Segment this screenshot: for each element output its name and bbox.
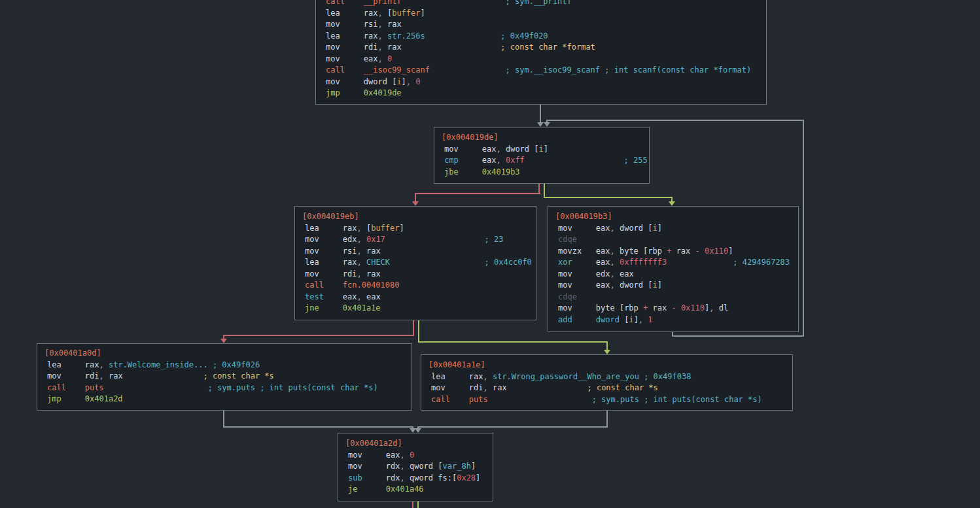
- block-entry-clipped[interactable]: call __printf ; sym.__printflea rax, [bu…: [315, 0, 767, 105]
- asm-line: call __isoc99_scanf ; sym.__isoc99_scanf…: [316, 65, 766, 76]
- asm-token: ; sym.__isoc99_scanf ; int scanf(const c…: [506, 65, 752, 75]
- asm-token: rax: [387, 20, 402, 29]
- asm-token: 0x28: [457, 473, 476, 483]
- asm-token: xor: [558, 258, 596, 267]
- block-0x004019eb[interactable]: [0x004019eb]lea rax, [buffer]mov edx, 0x…: [294, 206, 536, 320]
- edge-true-0x004019de-to-0x004019b3: [544, 184, 545, 198]
- asm-token: i: [653, 280, 657, 290]
- asm-token: ; const char *s: [587, 383, 657, 392]
- asm-token: ; 23: [485, 235, 504, 244]
- asm-line: call __printf ; sym.__printf: [316, 0, 766, 8]
- asm-token: [123, 371, 203, 381]
- asm-line: mov edx, 0x17 ; 23: [295, 234, 536, 246]
- asm-token: ]: [471, 462, 476, 471]
- asm-token: call puts: [47, 383, 104, 392]
- asm-line: mov eax, dword [i]: [548, 223, 798, 235]
- asm-token: ; 0x49f026: [213, 360, 260, 369]
- asm-token: [390, 258, 485, 267]
- asm-token: ,: [610, 258, 619, 267]
- asm-line: mov rdi, rax ; const char *s: [421, 382, 792, 394]
- asm-token: mov eax: [348, 450, 400, 460]
- edge-false-0x004019eb-to-0x00401a0d-arrowhead-icon: [220, 339, 227, 343]
- asm-token: -: [695, 246, 700, 256]
- asm-token: -: [671, 303, 676, 313]
- asm-token: ,: [709, 303, 718, 313]
- asm-token: eax: [596, 258, 610, 267]
- block-0x00401a2d[interactable]: [0x00401a2d]mov eax, 0mov rdx, qword [va…: [338, 433, 493, 501]
- asm-token: test: [305, 292, 343, 301]
- asm-line: mov eax, 0: [338, 450, 493, 462]
- asm-token: i: [396, 77, 401, 86]
- asm-token: 0x110: [705, 246, 728, 256]
- edge-false-0x00401a2d-clipped: [412, 501, 413, 508]
- edge-false-0x004019eb-to-0x00401a0d: [223, 335, 414, 336]
- asm-token: rax: [366, 269, 381, 279]
- asm-token: dl: [719, 303, 728, 313]
- asm-line: mov eax, dword [i]: [548, 280, 798, 292]
- asm-token: 0x17: [366, 235, 385, 244]
- asm-token: ]: [657, 280, 662, 290]
- asm-line: mov eax, dword [i]: [434, 144, 649, 156]
- block-header-address: [0x00401a0d]: [37, 348, 411, 360]
- asm-token: 0x110: [681, 303, 705, 313]
- asm-token: ; 4294967283: [733, 258, 790, 267]
- asm-line: mov rsi, rax: [316, 19, 766, 31]
- asm-line: cmp eax, 0xff ; 255: [434, 155, 649, 167]
- asm-token: movzx eax: [558, 246, 610, 256]
- asm-token: ,: [610, 269, 619, 279]
- asm-token: [425, 31, 501, 41]
- asm-token: dword [: [506, 144, 539, 154]
- edge-loopback-0x004019b3-to-0x004019de: [803, 121, 804, 337]
- asm-token: ; const char *format: [500, 42, 595, 52]
- asm-token: mov rsi: [305, 246, 357, 256]
- asm-token: rax: [366, 246, 381, 256]
- edge-false-0x004019de-to-0x004019eb: [415, 193, 540, 194]
- block-header-address: [0x00401a1e]: [421, 360, 792, 371]
- asm-token: ,: [483, 383, 492, 392]
- asm-token: ,: [357, 258, 366, 267]
- asm-token: str.Welcome_inside...: [109, 360, 208, 369]
- block-0x00401a0d[interactable]: [0x00401a0d]lea rax, str.Welcome_inside.…: [37, 343, 412, 411]
- block-header-address: [0x004019de]: [434, 132, 649, 144]
- asm-token: [402, 42, 501, 52]
- asm-token: qword fs:[: [410, 473, 457, 483]
- disassembly-graph-canvas[interactable]: call __printf ; sym.__printflea rax, [bu…: [0, 0, 980, 508]
- asm-token: [488, 395, 592, 404]
- edge-true-0x004019eb-to-0x00401a1e: [418, 320, 419, 343]
- asm-token: eax: [620, 269, 634, 279]
- edge-0x00401a0d-to-0x00401a2d: [223, 426, 413, 428]
- block-0x004019de[interactable]: [0x004019de]mov eax, dword [i]cmp eax, 0…: [434, 127, 650, 184]
- asm-line: je 0x401a46: [338, 484, 493, 496]
- asm-line: cdqe: [548, 234, 798, 246]
- asm-token: ,: [377, 20, 387, 29]
- asm-token: lea rax: [47, 360, 99, 369]
- asm-token: ]: [544, 144, 548, 154]
- asm-token: ,: [357, 235, 366, 244]
- asm-line: mov eax, 0: [316, 54, 766, 65]
- asm-token: mov rdi: [47, 371, 99, 381]
- asm-token: [667, 258, 733, 267]
- asm-token: mov eax: [558, 280, 610, 290]
- asm-token: mov rsi: [326, 20, 377, 29]
- edge-loopback-0x004019b3-to-0x004019de: [672, 335, 804, 337]
- asm-token: [402, 0, 506, 6]
- asm-token: ,: [639, 315, 648, 324]
- asm-token: ]: [728, 246, 733, 256]
- asm-token: mov rdi: [431, 383, 483, 392]
- asm-line: lea rax, str.Wrong_password__Who_are_you…: [421, 371, 792, 383]
- asm-token: lea rax: [431, 372, 483, 381]
- asm-token: qword [: [410, 462, 443, 471]
- asm-line: call puts ; sym.puts ; int puts(const ch…: [421, 394, 792, 406]
- asm-token: ,: [496, 156, 505, 165]
- asm-line: call puts ; sym.puts ; int puts(const ch…: [37, 382, 411, 394]
- asm-token: byte [rbp: [620, 246, 667, 256]
- asm-token: mov eax: [326, 54, 377, 63]
- block-0x004019b3[interactable]: [0x004019b3]mov eax, dword [i]cdqemovzx …: [548, 206, 799, 332]
- asm-token: jmp 0x401a2d: [47, 394, 123, 403]
- asm-line: mov rdi, rax: [295, 269, 536, 280]
- asm-line: jbe 0x4019b3: [434, 167, 649, 178]
- asm-token: [700, 246, 705, 256]
- block-0x00401a1e[interactable]: [0x00401a1e]lea rax, str.Wrong_password_…: [421, 354, 793, 411]
- asm-token: mov edx: [558, 269, 610, 279]
- asm-token: ,: [357, 246, 366, 256]
